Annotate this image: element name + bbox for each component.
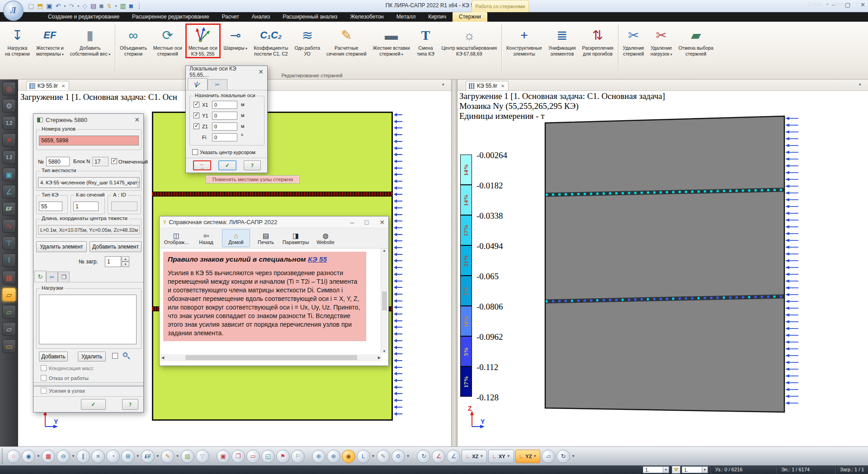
one-way-work-button[interactable]: ≋Одн.работа УО — [291, 23, 323, 58]
ribbon-tab-железобетон[interactable]: Железобетон — [344, 12, 390, 22]
display-button[interactable]: ◫Отображ... — [162, 229, 190, 247]
stiffness-materials-button[interactable]: EFЖесткости и материалы ▾ — [33, 23, 67, 59]
dropdown-caret-icon[interactable]: ▼ — [71, 454, 75, 458]
ribbon-tab-стержни[interactable]: Стержни — [453, 12, 487, 22]
rotate-load-tab[interactable]: ↻ — [34, 271, 46, 282]
ke55-link[interactable]: КЭ 55 — [308, 255, 327, 263]
ibeam-icon[interactable]: I — [2, 253, 16, 267]
help-button[interactable]: ? — [122, 399, 138, 410]
load-number-input[interactable]: 1 — [105, 256, 121, 267]
filter-button[interactable]: ▽ — [196, 450, 209, 463]
help-button[interactable]: ? — [244, 160, 261, 170]
vertical-scrollbar[interactable]: ▲▼ — [381, 249, 387, 353]
navigate-icon[interactable]: ◎ — [2, 82, 16, 95]
select-horizontal-elements-button[interactable]: ≡ — [91, 450, 105, 463]
x1-checkbox[interactable] — [193, 102, 199, 108]
view-xz-button[interactable]: ∟XZ▼ — [462, 450, 487, 463]
select-elements-button[interactable]: ⊖ — [57, 450, 70, 463]
nodes-input[interactable]: 5659, 5898 — [39, 136, 139, 145]
legend-segment[interactable]: 14% — [460, 155, 472, 185]
help-menu[interactable]: ? — [855, 1, 858, 7]
z1-checkbox[interactable] — [193, 123, 199, 129]
draw-button[interactable]: ✎ — [377, 450, 390, 463]
copy-load-tab[interactable]: ❐ — [58, 272, 70, 282]
building-section-right[interactable] — [544, 113, 802, 416]
select-grid-button[interactable]: ⊞ — [121, 450, 135, 463]
zigzag-icon[interactable]: ∿ — [2, 219, 16, 233]
close-tab-icon[interactable]: ✕ — [501, 84, 505, 89]
y1-input[interactable]: 0 — [212, 112, 237, 120]
dropdown-caret-icon[interactable]: ▼ — [136, 454, 140, 458]
plate-icon[interactable]: ▱ — [2, 322, 16, 336]
close-button[interactable]: ✕ — [379, 219, 385, 226]
rotate-view-button[interactable]: ↻ — [417, 450, 430, 463]
fragment-button[interactable]: ▣ — [217, 450, 230, 463]
spotlight-button[interactable]: ◉ — [342, 450, 355, 463]
hammer-icon[interactable]: ⚒ — [672, 466, 680, 474]
delete-element-button[interactable]: Удалить элемент — [36, 241, 87, 252]
perspective-button[interactable]: ▱ — [542, 450, 555, 463]
close-book-icon[interactable]: ✕ — [2, 133, 16, 147]
website-button[interactable]: ◍Website — [311, 229, 340, 247]
legend-segment[interactable]: 17% — [460, 366, 472, 397]
tbeam-icon[interactable]: ⊤ — [2, 236, 16, 250]
design-sections-button[interactable]: ✎Расчетные сечения стержней — [323, 23, 369, 58]
toolbar-drag-handle[interactable] — [2, 449, 4, 464]
element-dialog-titlebar[interactable]: Стержень 5880 ✕ — [33, 114, 143, 126]
forces-in-nodes-checkbox[interactable] — [41, 388, 47, 394]
magnifier-icon[interactable] — [123, 352, 127, 357]
apply-button[interactable]: ✓ — [81, 399, 106, 410]
structural-elements-button[interactable]: +Конструктивные элементы — [503, 23, 545, 58]
ribbon-tab-кирпич[interactable]: Кирпич — [422, 12, 453, 22]
axes-xyz-button[interactable]: ∠ — [447, 450, 460, 463]
marked-checkbox[interactable] — [111, 158, 117, 164]
legend-segment[interactable]: 2% — [460, 276, 472, 306]
mode-selector[interactable]: 1.▼ — [682, 466, 708, 473]
ribbon-tab-анализ[interactable]: Анализ — [245, 12, 277, 22]
legend-segment[interactable]: 14% — [460, 185, 472, 215]
z1-input[interactable]: 0 — [212, 122, 237, 131]
mass-condensation-checkbox[interactable] — [41, 365, 47, 371]
floor-icon[interactable]: ▱ — [2, 288, 16, 301]
fragment-clear-button[interactable]: ⚐ — [291, 450, 305, 463]
load-on-bars-button[interactable]: ↧Нагрузка на стержни — [2, 23, 33, 58]
help-titlebar[interactable]: ? Справочная система: ЛИРА-САПР 2022 – □… — [160, 216, 388, 228]
window-menu[interactable]: Окно — [833, 1, 844, 7]
local-axes-ke55-button[interactable]: Местные оси КЭ 55, 255 — [185, 23, 221, 58]
fragment-invert-button[interactable]: ◱ — [261, 450, 275, 463]
select-volume-button[interactable]: ▧ — [181, 450, 194, 463]
fe-type-input[interactable]: 55 — [39, 202, 62, 211]
slab-icon[interactable]: ▱ — [2, 305, 16, 319]
ribbon-tab-расширенный-анализ[interactable]: Расширенный анализ — [276, 12, 344, 22]
close-tab-icon[interactable]: ✕ — [61, 84, 65, 89]
chevron-down-icon[interactable]: ▼ — [137, 178, 140, 188]
show-load-checkbox[interactable] — [112, 353, 118, 359]
select-mesh-button[interactable]: ▦ — [42, 450, 55, 463]
legend-segment[interactable]: 10% — [460, 306, 472, 336]
work-refusal-checkbox[interactable] — [41, 375, 47, 381]
presets-icon[interactable]: ▣ — [2, 168, 16, 181]
select-polygon-button[interactable]: ☆ — [7, 450, 20, 463]
apply-button[interactable]: ✓ — [218, 160, 236, 170]
select-vertical-elements-button[interactable]: ∥ — [76, 450, 90, 463]
loadcase-selector[interactable]: 1.▼ — [643, 466, 669, 473]
number-input[interactable]: 5880 — [46, 157, 70, 166]
dropdown-caret-icon[interactable]: ▼ — [571, 454, 575, 458]
y1-checkbox[interactable] — [193, 113, 199, 118]
tab-list-dropdown-icon[interactable]: ▾ — [442, 82, 444, 87]
add-self-weight-button[interactable]: ▮Добавить собственный вес ▾ — [67, 23, 113, 59]
panel-splitter[interactable] — [451, 80, 458, 446]
merge-bars-button[interactable]: ∞Объединить стержни — [117, 23, 150, 58]
load-number-stepper[interactable]: ▲▼ — [122, 256, 129, 267]
fi-input[interactable]: 0 — [212, 133, 237, 141]
scissors-tab[interactable]: ✂ — [208, 79, 227, 90]
bedding-coefficients-button[interactable]: C₁C₂Коэффициенты постели С1, С2 — [250, 23, 291, 58]
ribbon-tab-расчет[interactable]: Расчет — [216, 12, 245, 22]
style-menu[interactable]: Стиль — [808, 1, 822, 7]
dropdown-caret-icon[interactable]: ▼ — [176, 454, 179, 458]
sections-input[interactable]: 1 — [73, 202, 99, 211]
zoom-in-button[interactable]: ⊕ — [312, 450, 326, 463]
axes-view-button[interactable]: ∠ — [432, 450, 445, 463]
view-xy-button[interactable]: ∟XY▼ — [488, 450, 514, 463]
local-axes-icon[interactable]: ∠ — [2, 185, 16, 198]
